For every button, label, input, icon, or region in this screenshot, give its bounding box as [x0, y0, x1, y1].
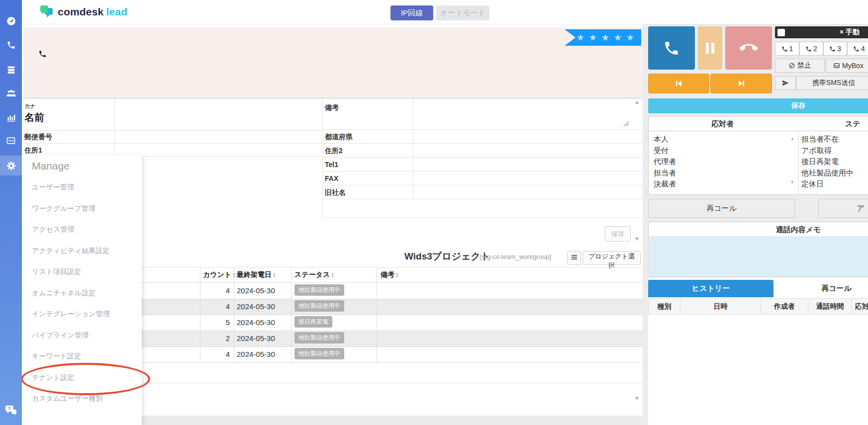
- table-row[interactable]: 2: [206, 334, 230, 342]
- menu-item-workgroup-management[interactable]: ワークグループ管理: [32, 204, 96, 213]
- status-badge: 他社製品使用中: [294, 348, 344, 359]
- scroll-down-icon[interactable]: ▼: [634, 236, 640, 242]
- col-header-count[interactable]: カウント: [203, 270, 235, 279]
- status-option[interactable]: 担当者不在: [801, 134, 839, 145]
- respondent-option[interactable]: 本人: [654, 134, 669, 145]
- users-icon[interactable]: [0, 83, 22, 103]
- phone-icon: [853, 46, 860, 52]
- memo-resize-handle[interactable]: [623, 120, 629, 129]
- send-button[interactable]: [775, 76, 796, 90]
- tab-history[interactable]: ヒストリー: [648, 280, 773, 297]
- status-badge: 他社製品使用中: [294, 332, 344, 343]
- menu-item-activity-result-settings[interactable]: アクティビティ結果設定: [32, 247, 109, 255]
- address2-label: 住所2: [325, 147, 343, 156]
- divider: [22, 97, 643, 98]
- history-col-respondent[interactable]: 応対: [852, 298, 868, 315]
- memo-label: 備考: [325, 103, 339, 112]
- status-option[interactable]: 後日再架電: [801, 156, 839, 168]
- call-button[interactable]: [648, 26, 695, 70]
- menu-item-custom-user-type[interactable]: カスタムユーザー種別: [32, 394, 102, 403]
- table-row[interactable]: 2024-05-30: [237, 334, 275, 342]
- table-row[interactable]: 2024-05-30: [237, 350, 275, 358]
- menu-item-user-management[interactable]: ユーザー管理: [32, 183, 74, 192]
- history-col-datetime[interactable]: 日時: [680, 298, 761, 315]
- ip-line-button[interactable]: IP回線: [390, 5, 433, 20]
- respondent-option[interactable]: 代理者: [654, 156, 676, 168]
- tab-recall[interactable]: 再コール: [773, 280, 868, 297]
- project-select-button[interactable]: プロジェクト選択: [582, 251, 641, 265]
- table-row[interactable]: 4: [206, 350, 230, 358]
- menu-item-list-field-settings[interactable]: リスト項目設定: [32, 267, 81, 276]
- table-row[interactable]: 5: [206, 318, 230, 327]
- status-option[interactable]: アポ取得: [801, 145, 832, 157]
- scroll-up-icon[interactable]: ▲: [634, 99, 640, 105]
- call-memo-textarea[interactable]: [649, 236, 868, 277]
- col-header-status[interactable]: ステータス: [294, 270, 334, 279]
- respondent-option[interactable]: 受付: [654, 145, 669, 157]
- sms-button[interactable]: 携帯SMS送信: [796, 76, 868, 90]
- menu-item-integration-management[interactable]: インテグレーション管理: [32, 310, 110, 319]
- line3-button[interactable]: 3: [823, 42, 847, 56]
- history-col-type[interactable]: 種別: [648, 298, 680, 315]
- help-chat-icon[interactable]: ?: [0, 400, 22, 420]
- manual-checkbox[interactable]: [777, 29, 785, 36]
- scroll-up-icon[interactable]: ▲: [790, 136, 795, 141]
- ban-icon: [788, 62, 795, 69]
- app-logo[interactable]: comdesklead: [58, 6, 127, 18]
- scroll-down-icon[interactable]: ▼: [790, 179, 795, 185]
- call-memo-panel: 通話内容メモ: [648, 222, 868, 277]
- table-row[interactable]: 2024-05-30: [237, 302, 275, 311]
- hangup-button[interactable]: [725, 26, 772, 70]
- recall-button[interactable]: 再コール: [648, 199, 795, 218]
- menu-item-pipeline-management[interactable]: パイプライン管理: [32, 331, 89, 340]
- table-row[interactable]: 4: [206, 302, 230, 311]
- menu-item-access-management[interactable]: アクセス管理: [32, 225, 74, 234]
- phone-icon: [781, 46, 788, 52]
- line1-button[interactable]: 1: [775, 42, 799, 56]
- table-row[interactable]: 4: [206, 286, 230, 295]
- old-company-label: 旧社名: [325, 188, 346, 197]
- logo-text-lead: lead: [106, 6, 127, 17]
- col-header-note[interactable]: 備考: [381, 270, 398, 279]
- table-row[interactable]: 2024-05-30: [237, 318, 275, 327]
- history-col-duration[interactable]: 通話時間: [808, 298, 852, 315]
- divider: [291, 267, 291, 362]
- form-save-button[interactable]: 保存: [605, 226, 631, 242]
- menu-item-keyword-settings[interactable]: キーワード設定: [32, 352, 81, 361]
- dashboard-icon[interactable]: [0, 11, 22, 31]
- respondent-option[interactable]: 決裁者: [654, 178, 676, 190]
- col-header-last-call[interactable]: 最終架電日: [237, 270, 276, 279]
- settings-gear-icon[interactable]: [0, 156, 22, 175]
- mybox-button[interactable]: MyBox: [826, 59, 868, 73]
- line2-button[interactable]: 2: [799, 42, 823, 56]
- database-icon[interactable]: [0, 60, 22, 80]
- scroll-down-icon[interactable]: ▼: [634, 396, 640, 401]
- status-badge: 他社製品使用中: [294, 284, 344, 296]
- auto-mode-button[interactable]: オートモード: [436, 5, 489, 20]
- annotation-circle-tenant-settings: [21, 363, 150, 395]
- status-header: ステ: [845, 119, 861, 129]
- table-row[interactable]: 2024-05-30: [237, 286, 275, 295]
- manual-label[interactable]: × 手動: [785, 28, 868, 37]
- ban-button[interactable]: 禁止: [775, 59, 825, 73]
- appointment-button[interactable]: ア: [818, 199, 868, 218]
- divider: [322, 185, 643, 185]
- history-col-creator[interactable]: 作成者: [761, 298, 808, 315]
- line4-button[interactable]: 4: [847, 42, 868, 56]
- status-option[interactable]: 他社製品使用中: [801, 168, 854, 179]
- previous-record-button[interactable]: [648, 74, 709, 93]
- hold-button[interactable]: [698, 26, 722, 70]
- status-option[interactable]: 定休日: [801, 178, 824, 190]
- next-record-button[interactable]: [710, 74, 772, 93]
- rating-ribbon: ★★★★★: [565, 29, 641, 46]
- call-save-button[interactable]: 保存: [648, 98, 868, 113]
- menu-item-omnichannel-settings[interactable]: オムニチャネル設定: [32, 289, 96, 298]
- bar-chart-icon[interactable]: [0, 107, 22, 127]
- divider: [322, 143, 643, 144]
- project-list-icon[interactable]: [567, 251, 581, 265]
- card-icon[interactable]: [0, 131, 22, 151]
- respondent-option[interactable]: 担当者: [654, 168, 676, 179]
- phone-icon[interactable]: [0, 35, 22, 55]
- svg-text:?: ?: [8, 406, 11, 411]
- panel-header-row: 応対者 ステ: [649, 117, 868, 131]
